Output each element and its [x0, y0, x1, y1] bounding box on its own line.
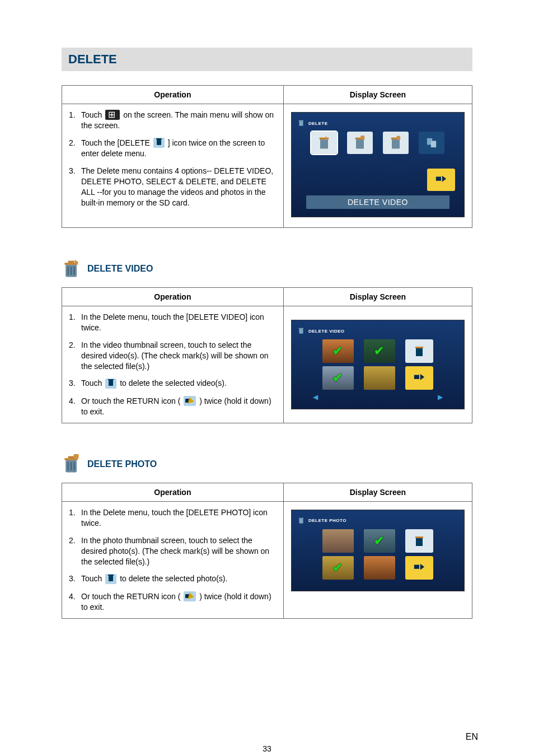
list-item: 3. Touch to delete the selected photo(s)… [69, 573, 277, 584]
svg-rect-30 [68, 456, 74, 459]
delete-all-tile[interactable] [419, 132, 444, 154]
return-icon [412, 372, 427, 384]
svg-rect-25 [415, 347, 423, 348]
trash-icon [413, 344, 426, 358]
svg-rect-2 [320, 139, 328, 148]
delete-photo-tile[interactable] [347, 132, 373, 154]
step-text: In the video thumbnail screen, touch to … [81, 340, 277, 372]
delete-photo-table: Operation Display Screen 1. In the Delet… [62, 483, 472, 619]
photo-thumbnail[interactable] [322, 529, 354, 553]
return-button[interactable] [405, 366, 433, 390]
delete-photo-heading: DELETE PHOTO [62, 454, 472, 474]
step-text: In the Delete menu, touch the [DELETE PH… [81, 507, 277, 529]
step-number: 1. [69, 312, 81, 333]
delete-selected-button[interactable] [405, 529, 433, 553]
svg-rect-12 [431, 141, 436, 148]
video-thumbnail[interactable] [364, 339, 395, 363]
svg-rect-38 [415, 536, 423, 538]
return-icon [412, 562, 427, 574]
step-number: 4. [69, 396, 81, 417]
list-item: 3. Touch to delete the selected video(s)… [69, 378, 277, 389]
step-number: 3. [69, 573, 81, 584]
photo-thumbnail[interactable] [364, 556, 395, 580]
subheading-text: DELETE VIDEO [87, 264, 153, 274]
next-arrow-icon[interactable]: ▶ [438, 393, 443, 401]
delete-video-operation-cell: 1. In the Delete menu, touch the [DELETE… [62, 306, 284, 423]
list-item: 1. In the Delete menu, touch the [DELETE… [69, 507, 277, 529]
col-operation: Operation [62, 288, 284, 306]
list-item: 4. Or touch the RETURN icon ( ) twice (h… [69, 396, 277, 417]
screen-header: DELETE PHOTO [297, 516, 458, 526]
trash-icon [105, 574, 116, 584]
svg-rect-29 [64, 458, 77, 460]
step-number: 2. [69, 340, 81, 372]
section-title-bar: DELETE [62, 48, 472, 71]
trash-video-icon [316, 135, 332, 151]
delete-photo-operation-cell: 1. In the Delete menu, touch the [DELETE… [62, 501, 284, 618]
video-thumbnail[interactable] [364, 366, 395, 390]
col-operation: Operation [62, 86, 284, 104]
list-item: 1. Touch on the screen. The main menu wi… [69, 110, 277, 131]
list-item: 4. Or touch the RETURN icon ( ) twice (h… [69, 591, 277, 613]
return-icon [184, 591, 196, 601]
list-item: 3. The Delete menu contains 4 options-- … [69, 166, 277, 208]
step-number: 2. [69, 138, 81, 159]
step-text: Touch on the screen. The main menu will … [81, 110, 277, 131]
svg-marker-40 [420, 564, 424, 570]
video-thumbnail[interactable] [322, 366, 354, 390]
svg-rect-36 [299, 518, 303, 519]
trash-icon [297, 119, 305, 127]
step-number: 3. [69, 166, 81, 208]
menu-row [297, 132, 458, 154]
svg-rect-39 [414, 564, 419, 568]
delete-video-tile[interactable] [311, 132, 337, 154]
thumb-row [297, 529, 458, 553]
return-button[interactable] [427, 169, 455, 191]
section-title: DELETE [68, 52, 117, 66]
subheading-text: DELETE PHOTO [87, 459, 157, 469]
svg-rect-35 [299, 519, 303, 523]
trash-all-icon [424, 135, 439, 151]
step-text: In the Delete menu, touch the [DELETE VI… [81, 312, 277, 333]
return-button[interactable] [405, 556, 433, 580]
page-number: 33 [62, 744, 472, 753]
screen-header: DELETE VIDEO [297, 326, 458, 336]
photo-thumbnail[interactable] [322, 556, 354, 580]
trash-video-icon [62, 259, 82, 279]
delete-table: Operation Display Screen 1. Touch on the… [62, 85, 472, 228]
trash-select-icon [388, 135, 404, 151]
delete-selected-button[interactable] [405, 339, 433, 363]
svg-rect-22 [299, 329, 303, 334]
svg-marker-14 [442, 176, 446, 182]
trash-photo-icon [62, 454, 82, 474]
step-text: Or touch the RETURN icon ( ) twice (hold… [81, 396, 277, 417]
delete-operation-cell: 1. Touch on the screen. The main menu wi… [62, 104, 284, 228]
return-row [297, 169, 458, 191]
trash-icon [413, 534, 426, 548]
photo-thumbnail[interactable] [364, 529, 395, 553]
prev-arrow-icon[interactable]: ◀ [313, 393, 318, 401]
svg-rect-37 [416, 538, 423, 546]
thumb-row [297, 339, 458, 363]
screen-header-text: DELETE [308, 121, 328, 126]
trash-icon [153, 138, 165, 148]
list-item: 2. Touch the [DELETE ] icon twice on the… [69, 138, 277, 159]
step-text: Or touch the RETURN icon ( ) twice (hold… [81, 591, 277, 613]
video-thumbnail[interactable] [322, 339, 354, 363]
svg-rect-24 [416, 348, 423, 356]
delete-video-heading: DELETE VIDEO [62, 259, 472, 279]
svg-rect-13 [436, 177, 441, 181]
col-display-screen: Display Screen [283, 483, 472, 501]
svg-rect-23 [299, 328, 303, 329]
svg-rect-17 [68, 261, 74, 263]
select-delete-tile[interactable] [383, 132, 409, 154]
screen-caption: DELETE VIDEO [306, 195, 449, 209]
delete-photo-display-cell: DELETE PHOTO [283, 501, 472, 618]
screen-header-text: DELETE VIDEO [308, 329, 345, 334]
svg-rect-7 [360, 136, 364, 139]
screen-header: DELETE [297, 118, 458, 128]
trash-icon [297, 327, 305, 335]
step-number: 4. [69, 591, 81, 613]
trash-photo-icon [352, 135, 368, 151]
trash-icon [297, 517, 305, 525]
